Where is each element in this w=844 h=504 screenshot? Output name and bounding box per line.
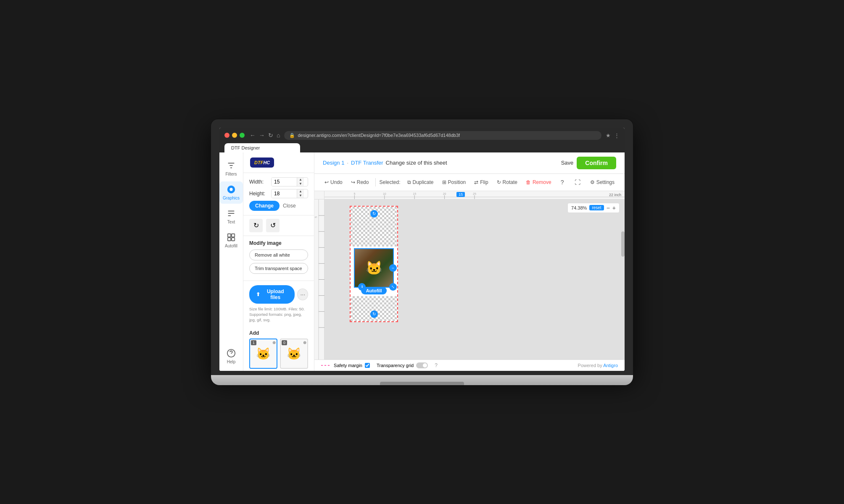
- height-input-wrap: ▲ ▼: [271, 189, 308, 198]
- rotate-handle-bottom[interactable]: ↻: [370, 310, 378, 318]
- undo-icon: ↩: [324, 179, 329, 185]
- rotate-icon: ↻: [497, 179, 501, 185]
- v-ruler-ticks: 5: [314, 200, 324, 360]
- back-button[interactable]: ←: [250, 132, 256, 139]
- safety-margin-label: Safety margin: [334, 363, 362, 368]
- ruler-corner: [314, 191, 324, 200]
- undo-button[interactable]: ↩ Undo: [321, 178, 346, 187]
- filters-label: Filters: [225, 172, 237, 176]
- upload-button[interactable]: ⬆ Upload files: [249, 285, 295, 304]
- height-input[interactable]: [272, 189, 297, 198]
- laptop-screen: ← → ↻ ⌂ 🔒 designer.antigro.com/en?client…: [219, 128, 625, 371]
- zoom-bar: 74.38% reset − +: [567, 203, 620, 213]
- remove-button[interactable]: 🗑 Remove: [522, 178, 555, 187]
- size-controls: Width: ▲ ▼ Height:: [243, 173, 314, 215]
- vertical-scrollbar[interactable]: [621, 200, 625, 360]
- height-decrement[interactable]: ▼: [297, 194, 304, 198]
- width-row: Width: ▲ ▼: [249, 177, 308, 186]
- transparency-grid-toggle[interactable]: [416, 362, 428, 368]
- sidebar-item-text[interactable]: Text: [219, 205, 243, 228]
- change-button[interactable]: Change: [249, 201, 280, 211]
- zoom-reset-button[interactable]: reset: [589, 205, 604, 210]
- trim-transparent-button[interactable]: Trim transparent space: [249, 263, 308, 274]
- safety-margin-checkbox[interactable]: [365, 363, 370, 368]
- traffic-lights: [224, 133, 245, 138]
- canvas-viewport[interactable]: 74.38% reset − +: [324, 200, 625, 360]
- svg-text:15: 15: [413, 192, 416, 195]
- confirm-button[interactable]: Confirm: [577, 157, 616, 169]
- canvas-area: Design 1 · DTF Transfer Change size of t…: [314, 152, 625, 371]
- transparency-grid-row: Transparency grid: [377, 362, 428, 368]
- resize-handle-right[interactable]: ↔: [389, 264, 397, 272]
- app-header: Design 1 · DTF Transfer Change size of t…: [314, 152, 625, 174]
- reload-button[interactable]: ↻: [268, 132, 273, 139]
- duplicate-button[interactable]: ⧉ Duplicate: [404, 178, 437, 187]
- width-decrement[interactable]: ▼: [297, 182, 304, 186]
- rotate-handle-top[interactable]: ↻: [370, 210, 378, 218]
- fullscreen-button[interactable]: ⛶: [572, 176, 583, 188]
- thumbnail-item-2[interactable]: 0 ⊕ 🐱: [280, 339, 308, 369]
- help-icon: [227, 349, 236, 358]
- modify-section: Modify image Remove all white Trim trans…: [243, 236, 314, 281]
- more-options-button[interactable]: ···: [297, 289, 308, 300]
- autofill-button[interactable]: Autofill: [361, 287, 387, 294]
- remove-white-button[interactable]: Remove all white: [249, 249, 308, 260]
- laptop-shell: ← → ↻ ⌂ 🔒 designer.antigro.com/en?client…: [211, 119, 633, 385]
- save-button[interactable]: Save: [561, 160, 574, 166]
- breadcrumb-sep: ·: [347, 160, 348, 166]
- thumbnail-item-1[interactable]: 1 ⊕ 🐱: [249, 339, 277, 369]
- upload-icon: ⬆: [256, 291, 260, 297]
- maximize-window-button[interactable]: [240, 133, 245, 138]
- sidebar-item-filters[interactable]: Filters: [219, 158, 243, 180]
- svg-rect-4: [228, 234, 231, 236]
- antigro-link[interactable]: Antigro: [603, 363, 618, 368]
- rotate-toolbar-button[interactable]: ↻ Rotate: [493, 178, 521, 187]
- menu-icon[interactable]: ⋮: [614, 132, 620, 139]
- active-tab[interactable]: DTF Designer: [224, 143, 300, 152]
- header-breadcrumb: Design 1 · DTF Transfer Change size of t…: [323, 160, 447, 166]
- sidebar-item-help[interactable]: Help: [219, 345, 243, 368]
- minimize-window-button[interactable]: [232, 133, 237, 138]
- vertical-ruler: 5: [314, 200, 324, 360]
- close-size-button[interactable]: Close: [283, 201, 296, 211]
- powered-by-label: Powered by: [578, 363, 602, 368]
- home-button[interactable]: ⌂: [277, 132, 280, 139]
- sidebar-item-autofill[interactable]: Autofill: [219, 229, 243, 252]
- rotate-ccw-button[interactable]: ↺: [266, 219, 280, 232]
- settings-button[interactable]: ⚙ Settings: [587, 178, 618, 187]
- help-toolbar-button[interactable]: ?: [557, 176, 568, 188]
- add-section: Add 1 ⊕ 🐱 0 ⊕ 🐱: [243, 327, 314, 370]
- rotate-cw-button[interactable]: ↻: [249, 219, 263, 232]
- svg-text:20: 20: [443, 192, 446, 195]
- zoom-in-button[interactable]: +: [612, 205, 616, 211]
- address-bar[interactable]: 🔒 designer.antigro.com/en?clientDesignId…: [284, 131, 601, 140]
- powered-by: Powered by Antigro: [578, 363, 618, 368]
- position-button[interactable]: ⊞ Position: [439, 178, 469, 187]
- flip-button[interactable]: ⇄ Flip: [471, 178, 491, 187]
- bottom-help-icon[interactable]: ?: [435, 362, 438, 368]
- svg-rect-5: [232, 234, 235, 236]
- svg-rect-6: [228, 237, 231, 240]
- breadcrumb-type[interactable]: DTF Transfer: [351, 160, 383, 166]
- logo-area: DTFHC: [243, 152, 314, 173]
- bookmark-icon[interactable]: ★: [606, 132, 611, 139]
- ruler-ticks: 5 10 15 20 25: [324, 191, 625, 200]
- width-input[interactable]: [272, 178, 297, 186]
- redo-icon: ↪: [351, 179, 355, 185]
- autofill-icon: [227, 233, 236, 242]
- width-increment[interactable]: ▲: [297, 178, 304, 182]
- forward-button[interactable]: →: [259, 132, 265, 139]
- close-window-button[interactable]: [224, 133, 229, 138]
- scrollbar-thumb[interactable]: [621, 231, 625, 257]
- sidebar-item-graphics[interactable]: Graphics: [219, 181, 243, 204]
- resize-handle-corner[interactable]: ⤡: [389, 283, 397, 291]
- canvas-body: 5: [314, 200, 625, 360]
- settings-label: Settings: [596, 179, 615, 185]
- selected-image-container[interactable]: 🐱 ↔ ℹ ⤡: [354, 248, 394, 288]
- height-increment[interactable]: ▲: [297, 189, 304, 194]
- browser-titlebar: ← → ↻ ⌂ 🔒 designer.antigro.com/en?client…: [224, 131, 620, 140]
- breadcrumb-design[interactable]: Design 1: [323, 160, 344, 166]
- ruler-row: 15 22 inch 5: [314, 191, 625, 200]
- redo-button[interactable]: ↪ Redo: [348, 178, 372, 187]
- zoom-out-button[interactable]: −: [607, 205, 610, 211]
